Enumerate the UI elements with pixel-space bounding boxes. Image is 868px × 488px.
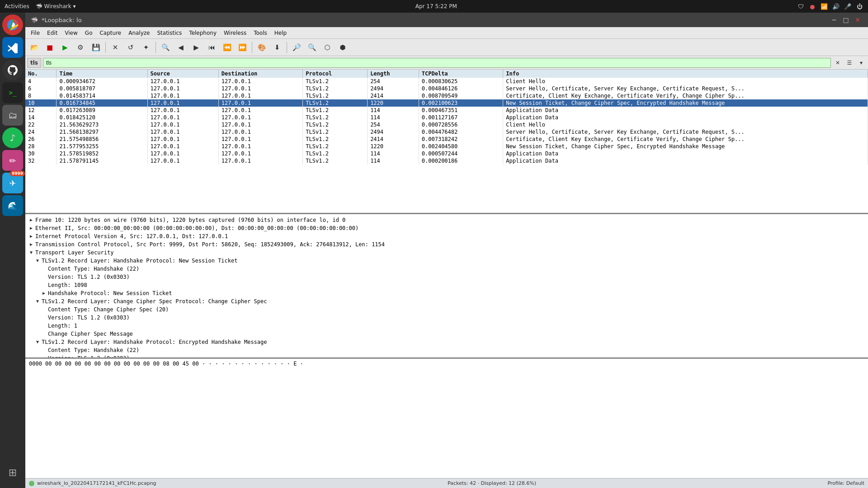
col-protocol[interactable]: Protocol bbox=[303, 70, 368, 78]
toolbar-stop[interactable]: ■ bbox=[42, 41, 57, 54]
toolbar-resize[interactable]: ⬢ bbox=[335, 41, 350, 54]
detail-row[interactable]: Content Type: Handshake (22) bbox=[25, 265, 868, 273]
col-tcpdelta[interactable]: TCPDelta bbox=[419, 70, 503, 78]
toolbar-autoscroll[interactable]: ⬇ bbox=[270, 41, 284, 54]
cell-len: 114 bbox=[368, 107, 419, 114]
toolbar-reload[interactable]: ↺ bbox=[123, 41, 138, 54]
cell-delta: 0.002404580 bbox=[419, 143, 503, 150]
detail-row[interactable]: Content Type: Handshake (22) bbox=[25, 346, 868, 354]
table-row[interactable]: 2621.575498856127.0.0.1127.0.0.1TLSv1.22… bbox=[25, 136, 868, 143]
menu-statistics[interactable]: Statistics bbox=[153, 29, 185, 37]
filter-bookmark-button[interactable]: ☰ bbox=[844, 58, 854, 68]
menu-capture[interactable]: Capture bbox=[96, 29, 125, 37]
table-row[interactable]: 120.017263089127.0.0.1127.0.0.1TLSv1.211… bbox=[25, 107, 868, 114]
toolbar-close[interactable]: ✕ bbox=[108, 41, 123, 54]
detail-row[interactable]: ▼TLSv1.2 Record Layer: Handshake Protoco… bbox=[25, 338, 868, 346]
toolbar-open-file[interactable]: 📂 bbox=[27, 41, 42, 54]
col-info[interactable]: Info bbox=[503, 70, 868, 78]
table-row[interactable]: 140.018425120127.0.0.1127.0.0.1TLSv1.211… bbox=[25, 114, 868, 121]
toolbar-save[interactable]: 💾 bbox=[89, 41, 103, 54]
detail-row[interactable]: ▼TLSv1.2 Record Layer: Handshake Protoco… bbox=[25, 257, 868, 265]
cell-time: 0.018425120 bbox=[57, 114, 147, 121]
wireshark-label[interactable]: 🦈 Wireshark ▾ bbox=[36, 3, 76, 9]
table-row[interactable]: 2421.568138297127.0.0.1127.0.0.1TLSv1.22… bbox=[25, 128, 868, 136]
cell-time: 0.016734845 bbox=[57, 99, 147, 107]
table-row[interactable]: 40.000934672127.0.0.1127.0.0.1TLSv1.2254… bbox=[25, 78, 868, 85]
detail-row[interactable]: ▶Frame 10: 1220 bytes on wire (9760 bits… bbox=[25, 216, 868, 224]
detail-row[interactable]: ▶Handshake Protocol: New Session Ticket bbox=[25, 289, 868, 297]
sidebar-item-telegram[interactable]: ✈ 9999 bbox=[2, 173, 23, 193]
toolbar-options[interactable]: ⚙ bbox=[73, 41, 88, 54]
table-row[interactable]: 2821.577953255127.0.0.1127.0.0.1TLSv1.21… bbox=[25, 143, 868, 150]
table-row[interactable]: 3021.578519852127.0.0.1127.0.0.1TLSv1.21… bbox=[25, 150, 868, 157]
capture-status-dot bbox=[29, 481, 34, 486]
table-row[interactable]: 100.016734845127.0.0.1127.0.0.1TLSv1.212… bbox=[25, 99, 868, 107]
sidebar-item-apps[interactable]: ⊞ bbox=[2, 462, 23, 483]
table-row[interactable]: 80.014583714127.0.0.1127.0.0.1TLSv1.2241… bbox=[25, 92, 868, 99]
detail-row[interactable]: ▼Transport Layer Security bbox=[25, 249, 868, 257]
col-no[interactable]: No. bbox=[25, 70, 57, 78]
minimize-button[interactable]: ─ bbox=[829, 15, 839, 25]
menu-wireless[interactable]: Wireless bbox=[220, 29, 250, 37]
detail-row[interactable]: Change Cipher Spec Message bbox=[25, 330, 868, 338]
detail-row[interactable]: ▼TLSv1.2 Record Layer: Change Cipher Spe… bbox=[25, 297, 868, 305]
power-icon[interactable]: ⏻ bbox=[855, 2, 863, 10]
toolbar-go-first[interactable]: ⏮ bbox=[204, 41, 219, 54]
toolbar-find[interactable]: 🔍 bbox=[158, 41, 173, 54]
sidebar-item-files[interactable]: 🗂 bbox=[2, 105, 23, 126]
menu-file[interactable]: File bbox=[27, 29, 43, 37]
toolbar-go-prev[interactable]: ⏪ bbox=[220, 41, 234, 54]
menu-go[interactable]: Go bbox=[81, 29, 96, 37]
toolbar-back[interactable]: ◀ bbox=[174, 41, 188, 54]
toolbar-zoom-in[interactable]: 🔎 bbox=[289, 41, 304, 54]
close-button[interactable]: ✕ bbox=[853, 15, 863, 25]
detail-row[interactable]: Version: TLS 1.2 (0x0303) bbox=[25, 273, 868, 281]
toolbar-colorize[interactable]: 🎨 bbox=[255, 41, 269, 54]
menu-telephony[interactable]: Telephony bbox=[185, 29, 220, 37]
sidebar-item-edit[interactable]: ✏ bbox=[2, 150, 23, 171]
detail-row[interactable]: Content Type: Change Cipher Spec (20) bbox=[25, 305, 868, 314]
toolbar-mark[interactable]: ✦ bbox=[139, 41, 153, 54]
mic-icon[interactable]: 🎤 bbox=[844, 2, 852, 10]
col-length[interactable]: Length bbox=[368, 70, 419, 78]
toolbar-restart[interactable]: ▶ bbox=[58, 41, 72, 54]
table-row[interactable]: 60.005818707127.0.0.1127.0.0.1TLSv1.2249… bbox=[25, 85, 868, 92]
col-destination[interactable]: Destination bbox=[218, 70, 303, 78]
filter-arrow-button[interactable]: ▾ bbox=[856, 58, 866, 68]
col-source[interactable]: Source bbox=[147, 70, 218, 78]
table-row[interactable]: 2221.563629273127.0.0.1127.0.0.1TLSv1.22… bbox=[25, 121, 868, 128]
sidebar-item-terminal[interactable]: >_ bbox=[2, 82, 23, 103]
toolbar-go-next[interactable]: ⏩ bbox=[235, 41, 250, 54]
menu-help[interactable]: Help bbox=[271, 29, 290, 37]
menu-analyze[interactable]: Analyze bbox=[125, 29, 153, 37]
table-row[interactable]: 3221.578791145127.0.0.1127.0.0.1TLSv1.21… bbox=[25, 157, 868, 164]
detail-row[interactable]: Length: 1098 bbox=[25, 281, 868, 289]
toolbar-forward[interactable]: ▶ bbox=[189, 41, 203, 54]
maximize-button[interactable]: □ bbox=[841, 15, 851, 25]
sidebar-item-network[interactable]: 🌊 bbox=[2, 195, 23, 216]
menu-edit[interactable]: Edit bbox=[43, 29, 61, 37]
toolbar-zoom-out[interactable]: 🔍 bbox=[305, 41, 319, 54]
cell-proto: TLSv1.2 bbox=[303, 99, 368, 107]
detail-row[interactable]: ▶Transmission Control Protocol, Src Port… bbox=[25, 240, 868, 249]
cell-dst: 127.0.0.1 bbox=[218, 143, 303, 150]
detail-row[interactable]: ▶Internet Protocol Version 4, Src: 127.0… bbox=[25, 232, 868, 240]
cell-no: 4 bbox=[25, 78, 57, 85]
detail-row[interactable]: ▶Ethernet II, Src: 00:00:00_00:00:00 (00… bbox=[25, 224, 868, 232]
volume-icon[interactable]: 🔊 bbox=[832, 2, 840, 10]
filter-clear-button[interactable]: ✕ bbox=[833, 58, 843, 68]
sidebar-item-spotify[interactable]: ♪ bbox=[2, 127, 23, 148]
title-bar-controls: ─ □ ✕ bbox=[829, 15, 863, 25]
sidebar-item-chrome[interactable] bbox=[2, 14, 23, 35]
menu-view[interactable]: View bbox=[61, 29, 81, 37]
filter-input[interactable] bbox=[43, 58, 831, 68]
toolbar-normal-size[interactable]: ⬡ bbox=[320, 41, 335, 54]
col-time[interactable]: Time bbox=[57, 70, 147, 78]
detail-row[interactable]: Version: TLS 1.2 (0x0303) bbox=[25, 314, 868, 322]
sidebar-item-vscode[interactable] bbox=[2, 37, 23, 58]
sidebar-item-github[interactable] bbox=[2, 60, 23, 80]
detail-row[interactable]: Length: 1 bbox=[25, 322, 868, 330]
menu-tools[interactable]: Tools bbox=[250, 29, 271, 37]
activities-label[interactable]: Activities bbox=[5, 3, 29, 9]
detail-row[interactable]: Version: TLS 1.2 (0x0303) bbox=[25, 354, 868, 359]
